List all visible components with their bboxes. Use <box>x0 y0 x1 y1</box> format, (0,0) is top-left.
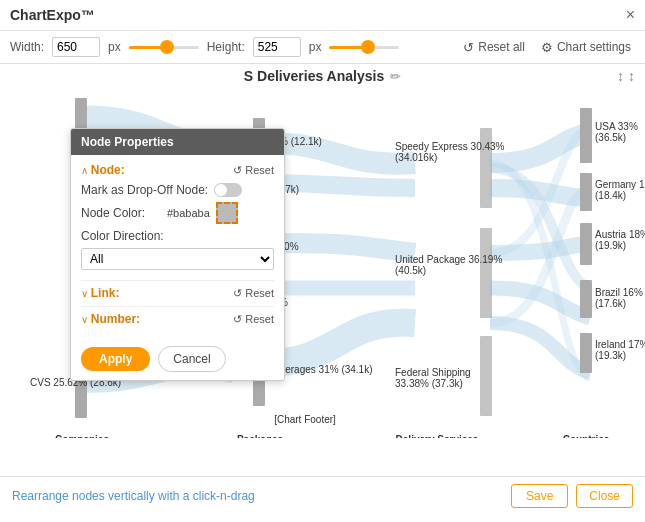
col4-label-1b: (36.5k) <box>595 132 626 143</box>
number-section-label: ∨ Number: <box>81 312 140 326</box>
node-color-value: #bababa <box>167 207 210 219</box>
col-label-countries: Countries <box>563 434 610 438</box>
col3-node-3[interactable] <box>480 336 492 416</box>
col3-label-1: Speedy Express 30.43% <box>395 141 505 152</box>
number-reset-icon: ↺ <box>233 313 242 326</box>
settings-icon: ⚙ <box>541 40 553 55</box>
node-properties-buttons: Apply Cancel <box>71 340 284 380</box>
sort-icon-1[interactable]: ↕ <box>617 68 624 84</box>
width-slider[interactable] <box>129 39 199 55</box>
reset-all-label: Reset all <box>478 40 525 54</box>
app-title: ChartExpo™ <box>10 7 95 23</box>
width-px-unit: px <box>108 40 121 54</box>
color-direction-select[interactable]: All In Out <box>81 248 274 270</box>
height-input[interactable] <box>253 37 301 57</box>
title-bar: ChartExpo™ × <box>0 0 645 31</box>
link-reset-button[interactable]: ↺ Reset <box>233 287 274 300</box>
height-px-unit: px <box>309 40 322 54</box>
col4-label-5: Ireland 17% <box>595 339 645 350</box>
mark-drop-off-row: Mark as Drop-Off Node: <box>81 183 274 197</box>
mark-drop-off-toggle[interactable] <box>214 183 242 197</box>
chart-settings-label: Chart settings <box>557 40 631 54</box>
close-window-button[interactable]: × <box>626 6 635 24</box>
cancel-button[interactable]: Cancel <box>158 346 225 372</box>
link-section-label: ∨ Link: <box>81 286 119 300</box>
sort-icon-2[interactable]: ↕ <box>628 68 635 84</box>
height-slider[interactable] <box>329 39 399 55</box>
node-properties-header: Node Properties <box>71 129 284 155</box>
node-reset-icon: ↺ <box>233 164 242 177</box>
number-section-row: ∨ Number: ↺ Reset <box>81 312 274 326</box>
link-chevron-icon: ∨ <box>81 288 91 299</box>
col3-label-2b: (40.5k) <box>395 265 426 276</box>
width-label: Width: <box>10 40 44 54</box>
col4-label-2b: (18.4k) <box>595 190 626 201</box>
chart-title-bar: S Deliveries Analysis ✏ ↕ ↕ <box>0 64 645 88</box>
chart-sort-icons: ↕ ↕ <box>617 68 635 84</box>
bottom-actions: Save Close <box>511 484 633 508</box>
node-properties-panel: Node Properties ∧ Node: ↺ Reset Mark as … <box>70 128 285 381</box>
number-reset-button[interactable]: ↺ Reset <box>233 313 274 326</box>
node-properties-body: ∧ Node: ↺ Reset Mark as Drop-Off Node: <box>71 155 284 340</box>
width-input[interactable] <box>52 37 100 57</box>
col4-node-3[interactable] <box>580 223 592 265</box>
save-button[interactable]: Save <box>511 484 568 508</box>
col4-label-3: Austria 18% <box>595 229 645 240</box>
chart-settings-button[interactable]: ⚙ Chart settings <box>537 38 635 57</box>
col4-node-5[interactable] <box>580 333 592 373</box>
col4-label-1: USA 33% <box>595 121 638 132</box>
divider-1 <box>81 280 274 281</box>
col4-label-5b: (19.3k) <box>595 350 626 361</box>
color-direction-label: Color Direction: <box>81 229 164 243</box>
col3-label-2: United Package 36.19% <box>395 254 502 265</box>
col4-label-4b: (17.6k) <box>595 298 626 309</box>
node-color-swatch[interactable] <box>216 202 238 224</box>
close-button[interactable]: Close <box>576 484 633 508</box>
bottom-bar: Rearrange nodes vertically with a click-… <box>0 476 645 514</box>
apply-button[interactable]: Apply <box>81 347 150 371</box>
reset-all-button[interactable]: ↺ Reset all <box>459 38 529 57</box>
chart-body: 41% (12.1k) (13.7k) ts 20% 26% Beverages… <box>0 88 645 476</box>
col3-label-3: Federal Shipping <box>395 367 471 378</box>
node-color-label: Node Color: <box>81 206 161 220</box>
height-label: Height: <box>207 40 245 54</box>
col3-node-2[interactable] <box>480 228 492 318</box>
bottom-hint: Rearrange nodes vertically with a click-… <box>12 489 255 503</box>
col4-node-2[interactable] <box>580 173 592 211</box>
col-label-delivery: Delivery Services <box>396 434 479 438</box>
number-chevron-icon: ∨ <box>81 314 91 325</box>
main-area: S Deliveries Analysis ✏ ↕ ↕ <box>0 64 645 476</box>
col3-label-1b: (34.016k) <box>395 152 437 163</box>
node-section-label: ∧ Node: <box>81 163 125 177</box>
col4-node-4[interactable] <box>580 280 592 318</box>
reset-icon: ↺ <box>463 40 474 55</box>
col3-label-3b: 33.38% (37.3k) <box>395 378 463 389</box>
edit-title-icon[interactable]: ✏ <box>390 69 401 84</box>
chart-title: S Deliveries Analysis <box>244 68 384 84</box>
col4-label-3b: (19.9k) <box>595 240 626 251</box>
height-slider-thumb <box>361 40 375 54</box>
col3-node-1[interactable] <box>480 128 492 208</box>
toggle-thumb <box>215 184 227 196</box>
link-reset-icon: ↺ <box>233 287 242 300</box>
node-chevron-icon: ∧ <box>81 165 91 176</box>
col4-node-1[interactable] <box>580 108 592 163</box>
col-label-companies: Companies <box>55 434 109 438</box>
chart-footer-text: [Chart Footer] <box>274 414 336 425</box>
col4-label-4: Brazil 16% <box>595 287 643 298</box>
node-color-row: Node Color: #bababa <box>81 202 274 224</box>
link-section-row: ∨ Link: ↺ Reset <box>81 286 274 300</box>
divider-2 <box>81 306 274 307</box>
mark-drop-off-label: Mark as Drop-Off Node: <box>81 183 208 197</box>
width-slider-thumb <box>160 40 174 54</box>
node-section-row: ∧ Node: ↺ Reset <box>81 163 274 177</box>
color-direction-row: Color Direction: <box>81 229 274 243</box>
col-label-packages: Packages <box>237 434 284 438</box>
toolbar: Width: px Height: px ↺ Reset all ⚙ Chart… <box>0 31 645 64</box>
node-reset-button[interactable]: ↺ Reset <box>233 164 274 177</box>
col4-label-2: Germany 16% <box>595 179 645 190</box>
